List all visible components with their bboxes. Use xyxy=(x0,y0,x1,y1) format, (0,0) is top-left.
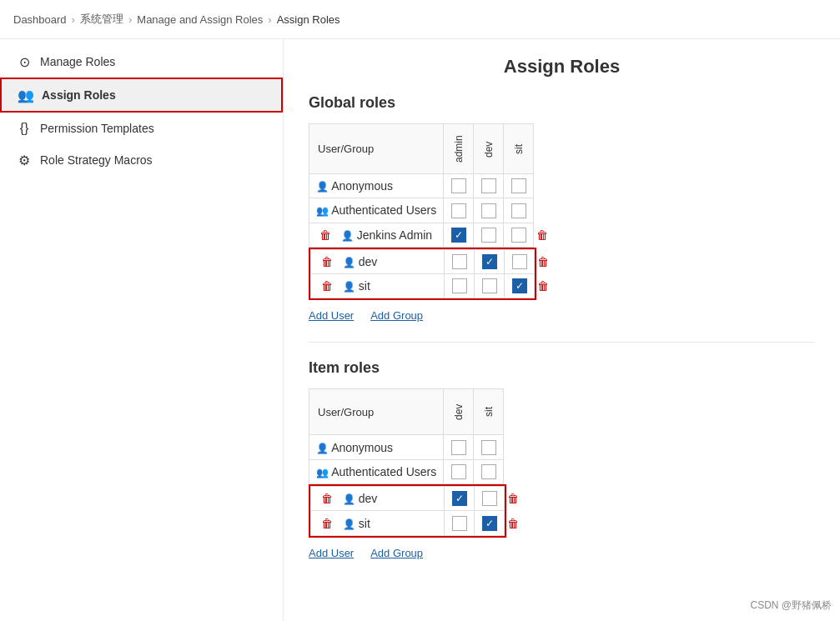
checkbox-sit-admin[interactable] xyxy=(452,278,467,293)
item-roles-highlighted-table: 🗑 👤 dev ✓ 🗑 xyxy=(310,486,505,536)
item-header-dev: dev xyxy=(444,389,474,435)
checkbox-dev-dev[interactable]: ✓ xyxy=(482,254,497,269)
person-icon: 👤 xyxy=(343,281,355,293)
delete-icon-sit-left[interactable]: 🗑 xyxy=(318,279,336,293)
user-cell-jenkins-admin: 🗑 👤 Jenkins Admin xyxy=(309,223,444,247)
table-row: 👤 Anonymous xyxy=(309,174,534,198)
table-row: 🗑 👤 dev ✓ 🗑 xyxy=(311,249,535,273)
breadcrumb-sysadmin[interactable]: 系统管理 xyxy=(80,12,123,27)
people-icon: 👥 xyxy=(18,88,33,103)
item-checkbox-anon-dev[interactable] xyxy=(451,440,466,455)
global-roles-title: Global roles xyxy=(309,94,815,112)
item-delete-icon-dev-right[interactable]: 🗑 xyxy=(504,492,522,505)
item-roles-header-row: User/Group dev sit xyxy=(309,389,504,435)
item-user-cell-auth: 👥 Authenticated Users xyxy=(309,459,444,483)
user-name: sit xyxy=(359,517,370,530)
checkbox-anonymous-admin[interactable] xyxy=(451,178,466,193)
item-delete-icon-sit-right[interactable]: 🗑 xyxy=(504,517,522,530)
fingerprint-icon: ⊙ xyxy=(17,54,32,69)
person-icon: 👤 xyxy=(341,230,354,242)
group-icon: 👥 xyxy=(316,467,329,478)
sidebar-item-manage-roles[interactable]: ⊙ Manage Roles xyxy=(0,46,283,78)
breadcrumb: Dashboard › 系统管理 › Manage and Assign Rol… xyxy=(0,0,840,39)
page-title: Assign Roles xyxy=(309,56,815,78)
sidebar-label-assign-roles: Assign Roles xyxy=(42,88,116,102)
checkbox-sit-dev[interactable] xyxy=(482,278,497,293)
item-checkbox-dev-sit[interactable] xyxy=(482,491,497,506)
item-user-cell-anonymous: 👤 Anonymous xyxy=(309,435,444,459)
user-name: Anonymous xyxy=(331,179,393,193)
table-row: 🗑 👤 sit ✓ 🗑 xyxy=(311,511,505,535)
global-header-sit: sit xyxy=(504,124,534,174)
item-add-group-button[interactable]: Add Group xyxy=(370,543,423,563)
sidebar: ⊙ Manage Roles 👥 Assign Roles {} Permiss… xyxy=(0,39,284,621)
global-roles-add-buttons: Add User Add Group xyxy=(309,306,815,325)
person-icon: 👤 xyxy=(343,493,355,505)
item-roles-table: User/Group dev sit 👤 Anonymous xyxy=(309,388,504,484)
checkbox-dev-admin[interactable] xyxy=(452,254,467,269)
item-checkbox-sit-dev[interactable] xyxy=(452,516,467,531)
global-header-dev: dev xyxy=(474,124,504,174)
checkbox-auth-admin[interactable] xyxy=(451,203,466,218)
table-row: 👥 Authenticated Users xyxy=(309,459,504,483)
delete-icon-dev-right[interactable]: 🗑 xyxy=(534,255,552,268)
global-add-user-button[interactable]: Add User xyxy=(309,306,354,325)
table-row: 🗑 👤 Jenkins Admin ✓ 🗑 xyxy=(309,223,534,247)
table-row: 🗑 👤 sit ✓ 🗑 xyxy=(311,274,535,298)
global-roles-header-row: User/Group admin dev sit xyxy=(309,124,534,174)
breadcrumb-manage-assign[interactable]: Manage and Assign Roles xyxy=(137,13,263,26)
table-row: 👥 Authenticated Users xyxy=(309,198,534,223)
user-name: dev xyxy=(359,255,378,268)
item-delete-icon-dev-left[interactable]: 🗑 xyxy=(318,492,336,505)
watermark: CSDN @野猪佩桥 xyxy=(750,598,832,613)
person-icon: 👤 xyxy=(316,181,329,193)
user-cell-authenticated: 👥 Authenticated Users xyxy=(309,198,444,223)
item-roles-title: Item roles xyxy=(309,359,815,377)
item-checkbox-auth-dev[interactable] xyxy=(451,464,466,479)
checkbox-anonymous-dev[interactable] xyxy=(481,178,496,193)
item-checkbox-sit-sit[interactable]: ✓ xyxy=(482,516,497,531)
breadcrumb-dashboard[interactable]: Dashboard xyxy=(13,13,67,26)
item-delete-icon-sit-left[interactable]: 🗑 xyxy=(318,517,336,530)
sidebar-item-role-strategy-macros[interactable]: ⚙ Role Strategy Macros xyxy=(0,144,283,176)
group-icon: 👥 xyxy=(316,205,329,217)
user-name: Anonymous xyxy=(331,441,393,454)
sidebar-item-assign-roles[interactable]: 👥 Assign Roles xyxy=(0,78,283,113)
user-name: Jenkins Admin xyxy=(357,228,432,242)
table-row: 🗑 👤 dev ✓ 🗑 xyxy=(311,487,505,511)
item-checkbox-anon-sit[interactable] xyxy=(481,440,496,455)
sidebar-item-permission-templates[interactable]: {} Permission Templates xyxy=(0,113,283,144)
person-icon: 👤 xyxy=(343,518,355,530)
delete-icon-sit-right[interactable]: 🗑 xyxy=(534,279,552,293)
item-roles-section: User/Group dev sit 👤 Anonymous xyxy=(309,388,815,562)
user-name: sit xyxy=(359,279,370,293)
sidebar-label-permission-templates: Permission Templates xyxy=(40,122,154,135)
checkbox-auth-dev[interactable] xyxy=(481,203,496,218)
delete-icon-jenkins-admin[interactable]: 🗑 xyxy=(316,228,334,242)
delete-icon-dev-left[interactable]: 🗑 xyxy=(318,255,336,268)
checkbox-auth-sit[interactable] xyxy=(511,203,526,218)
item-checkbox-dev-dev[interactable]: ✓ xyxy=(452,491,467,506)
checkbox-dev-sit[interactable] xyxy=(512,254,527,269)
item-checkbox-auth-sit[interactable] xyxy=(481,464,496,479)
breadcrumb-assign-roles: Assign Roles xyxy=(277,13,340,26)
delete-icon-jenkins-right[interactable]: 🗑 xyxy=(533,228,551,242)
global-roles-table: User/Group admin dev sit 👤 Anonymous xyxy=(309,123,534,248)
user-name: Authenticated Users xyxy=(331,203,436,217)
global-roles-highlighted-table: 🗑 👤 dev ✓ 🗑 xyxy=(310,249,535,299)
main-content: Assign Roles Global roles User/Group adm… xyxy=(284,39,840,621)
checkbox-jenkins-sit[interactable] xyxy=(511,228,526,243)
item-add-user-button[interactable]: Add User xyxy=(309,543,354,563)
checkbox-jenkins-dev[interactable] xyxy=(481,228,496,243)
checkbox-jenkins-admin[interactable]: ✓ xyxy=(451,228,466,243)
sidebar-label-role-strategy-macros: Role Strategy Macros xyxy=(40,153,153,167)
section-divider xyxy=(309,342,815,343)
checkbox-anonymous-sit[interactable] xyxy=(511,178,526,193)
user-name: dev xyxy=(359,492,378,505)
person-icon: 👤 xyxy=(316,443,329,454)
table-row: 👤 Anonymous xyxy=(309,435,504,459)
item-user-cell-dev: 🗑 👤 dev xyxy=(311,487,445,511)
global-add-group-button[interactable]: Add Group xyxy=(370,306,423,325)
sidebar-label-manage-roles: Manage Roles xyxy=(40,55,115,68)
checkbox-sit-sit[interactable]: ✓ xyxy=(512,278,527,293)
